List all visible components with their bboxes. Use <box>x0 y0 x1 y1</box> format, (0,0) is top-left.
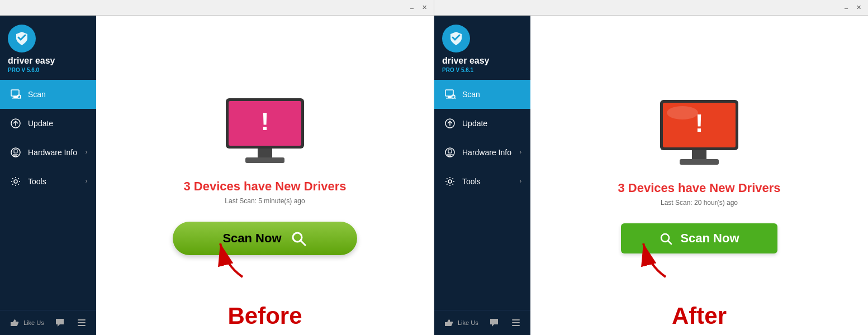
after-hardware-chevron-icon: › <box>520 149 521 155</box>
hardware-chevron-icon: › <box>86 149 87 155</box>
svg-point-40 <box>667 106 698 119</box>
thumbs-up-icon <box>9 317 20 328</box>
after-monitor-illustration: ! <box>654 97 744 170</box>
close-button[interactable]: ✕ <box>419 3 429 13</box>
after-tools-chevron-icon: › <box>520 178 521 184</box>
after-minimize-button[interactable]: – <box>841 3 851 13</box>
svg-rect-42 <box>692 150 706 159</box>
before-nav-hardware-info[interactable]: Hardware Info › <box>0 138 96 167</box>
svg-rect-31 <box>448 150 452 153</box>
before-nav-tools[interactable]: Tools › <box>0 167 96 196</box>
hardware-info-icon <box>9 146 22 159</box>
after-nav-scan-label: Scan <box>462 90 480 99</box>
after-menu-icon[interactable] <box>510 317 521 328</box>
tools-icon <box>9 175 22 188</box>
before-devices-title: 3 Devices have New Drivers <box>183 179 346 194</box>
svg-rect-24 <box>448 96 451 98</box>
svg-rect-19 <box>245 157 284 163</box>
svg-line-4 <box>21 98 22 99</box>
before-logo-text: driver easy <box>8 56 55 66</box>
after-main-content: ! 3 Devices have New Drivers Last Scan: … <box>530 16 868 335</box>
after-window: – ✕ driver easy PRO V 5.6.1 <box>434 0 868 335</box>
svg-rect-1 <box>13 96 17 98</box>
before-nav-scan-label: Scan <box>28 90 46 99</box>
after-update-icon <box>443 117 457 130</box>
after-titlebar: – ✕ <box>434 0 868 16</box>
after-logo: driver easy PRO V 5.6.1 <box>434 16 530 80</box>
after-scan-icon <box>443 88 457 101</box>
svg-line-27 <box>455 98 456 99</box>
svg-rect-18 <box>258 149 272 157</box>
minimize-button[interactable]: – <box>407 3 417 13</box>
after-arrow <box>632 232 677 285</box>
svg-rect-8 <box>14 150 17 153</box>
after-nav-update[interactable]: Update <box>434 109 530 138</box>
svg-rect-43 <box>680 159 719 165</box>
after-nav-tools[interactable]: Tools › <box>434 167 530 196</box>
before-titlebar: – ✕ <box>0 0 434 16</box>
svg-rect-12 <box>78 319 86 320</box>
before-arrow <box>209 232 254 285</box>
before-like-us[interactable]: Like Us <box>9 317 44 328</box>
svg-rect-13 <box>78 322 86 323</box>
after-nav-tools-label: Tools <box>462 177 481 186</box>
before-logo: driver easy PRO V 5.6.0 <box>0 16 96 80</box>
after-like-us[interactable]: Like Us <box>443 317 478 328</box>
before-sidebar-bottom: Like Us <box>0 310 96 335</box>
before-nav: Scan Update <box>0 80 96 310</box>
before-menu-icon[interactable] <box>76 317 87 328</box>
after-close-button[interactable]: ✕ <box>853 3 864 13</box>
svg-rect-36 <box>512 322 520 323</box>
after-logo-version: PRO V 5.6.1 <box>442 67 473 73</box>
after-nav-scan[interactable]: Scan <box>434 80 530 109</box>
after-nav-update-label: Update <box>462 119 487 128</box>
after-logo-icon <box>442 25 470 52</box>
update-icon <box>9 117 22 130</box>
after-nav-hardware-label: Hardware Info <box>462 148 511 157</box>
before-nav-tools-label: Tools <box>28 177 46 186</box>
before-last-scan: Last Scan: 5 minute(s) ago <box>225 197 305 205</box>
after-nav: Scan Update <box>434 80 530 310</box>
svg-rect-35 <box>512 319 520 320</box>
before-chat-icon[interactable] <box>54 317 65 328</box>
before-scan-now-button[interactable]: Scan Now <box>173 222 357 255</box>
after-like-label: Like Us <box>458 319 478 326</box>
scan-icon <box>9 88 22 101</box>
svg-point-11 <box>14 180 17 183</box>
after-label: After <box>672 303 727 329</box>
before-logo-version: PRO V 5.6.0 <box>8 67 39 73</box>
svg-rect-14 <box>78 325 86 326</box>
before-window: – ✕ driver easy PRO V 5.6.0 <box>0 0 434 335</box>
before-nav-update[interactable]: Update <box>0 109 96 138</box>
before-main-content: ! 3 Devices have New Drivers Last Scan: … <box>96 16 434 335</box>
after-sidebar: driver easy PRO V 5.6.1 Scan <box>434 16 530 335</box>
svg-text:!: ! <box>261 108 269 135</box>
svg-rect-37 <box>512 325 520 326</box>
before-monitor-illustration: ! <box>220 95 310 168</box>
after-window-body: driver easy PRO V 5.6.1 Scan <box>434 16 868 335</box>
after-tools-icon <box>443 175 457 188</box>
before-nav-hardware-label: Hardware Info <box>28 148 77 157</box>
after-last-scan: Last Scan: 20 hour(s) ago <box>661 199 738 207</box>
before-logo-icon <box>8 25 36 52</box>
svg-point-34 <box>448 180 452 183</box>
after-sidebar-bottom: Like Us <box>434 310 530 335</box>
after-nav-hardware-info[interactable]: Hardware Info › <box>434 138 530 167</box>
after-chat-icon[interactable] <box>488 317 500 328</box>
svg-line-21 <box>301 241 305 245</box>
after-devices-title: 3 Devices have New Drivers <box>618 181 780 195</box>
before-sidebar: driver easy PRO V 5.6.0 Sca <box>0 16 96 335</box>
tools-chevron-icon: › <box>86 178 87 184</box>
before-window-body: driver easy PRO V 5.6.0 Sca <box>0 16 434 335</box>
before-label: Before <box>227 303 302 329</box>
after-hardware-info-icon <box>443 146 457 159</box>
after-scan-btn-label: Scan Now <box>680 231 739 246</box>
svg-text:!: ! <box>695 109 704 137</box>
after-thumbs-up-icon <box>443 317 454 328</box>
before-nav-update-label: Update <box>28 119 53 128</box>
after-logo-text: driver easy <box>442 56 490 66</box>
before-nav-scan[interactable]: Scan <box>0 80 96 109</box>
before-like-label: Like Us <box>23 319 44 326</box>
